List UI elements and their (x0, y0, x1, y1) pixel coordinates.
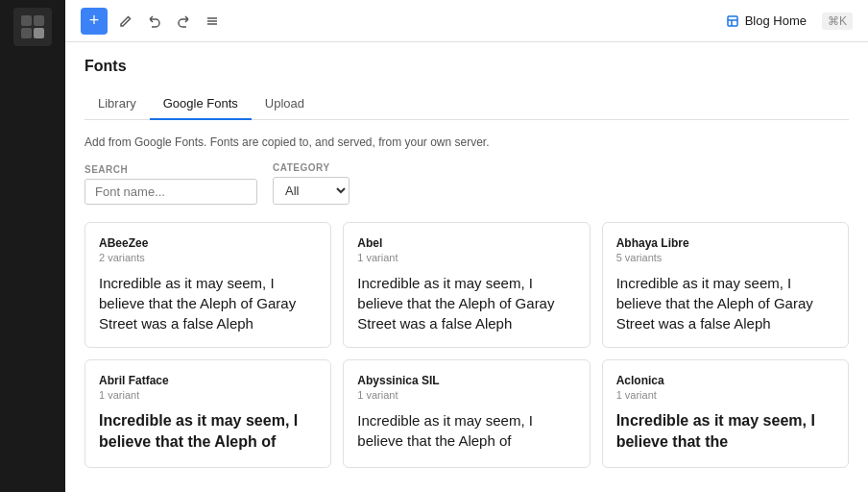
font-preview: Incredible as it may seem, I believe tha… (357, 273, 575, 333)
font-name: Abhaya Libre (616, 236, 834, 250)
undo-icon[interactable] (144, 11, 165, 32)
font-card-abhaya-libre[interactable]: Abhaya Libre 5 variants Incredible as it… (602, 222, 849, 348)
category-field-group: CATEGORY All Serif Sans-serif Display Ha… (273, 162, 350, 205)
font-grid: ABeeZee 2 variants Incredible as it may … (84, 222, 849, 468)
font-name: Abyssinica SIL (357, 374, 575, 387)
pencil-icon[interactable] (115, 11, 136, 32)
tab-library[interactable]: Library (84, 88, 150, 120)
svg-rect-0 (21, 15, 32, 26)
category-label: CATEGORY (273, 162, 350, 173)
font-card-abeezee[interactable]: ABeeZee 2 variants Incredible as it may … (84, 222, 331, 348)
font-card-aclonica[interactable]: Aclonica 1 variant Incredible as it may … (602, 359, 849, 468)
font-card-abril-fatface[interactable]: Abril Fatface 1 variant Incredible as it… (84, 359, 331, 468)
tabs-container: Library Google Fonts Upload (84, 88, 849, 120)
fonts-panel: Fonts Library Google Fonts Upload Add fr… (65, 42, 868, 492)
font-preview: Incredible as it may seem, I believe tha… (616, 410, 834, 454)
blog-home-button[interactable]: Blog Home (718, 10, 814, 32)
font-variants: 1 variant (99, 389, 317, 401)
keyboard-shortcut: ⌘K (822, 12, 853, 30)
tab-upload[interactable]: Upload (252, 88, 318, 120)
font-variants: 1 variant (616, 389, 834, 401)
sidebar-logo (13, 8, 52, 46)
search-field-group: SEARCH (84, 164, 257, 205)
font-card-abyssinica-sil[interactable]: Abyssinica SIL 1 variant Incredible as i… (343, 359, 590, 468)
panel-title: Fonts (84, 58, 849, 75)
font-name: Abel (357, 236, 575, 250)
font-preview: Incredible as it may seem, I believe tha… (99, 273, 317, 333)
blog-home-label: Blog Home (745, 13, 807, 28)
font-name: ABeeZee (99, 236, 317, 250)
font-name: Abril Fatface (99, 374, 317, 387)
tab-google-fonts[interactable]: Google Fonts (150, 88, 252, 120)
font-name: Aclonica (616, 374, 834, 387)
svg-rect-2 (21, 28, 32, 38)
list-icon[interactable] (202, 11, 223, 32)
font-preview: Incredible as it may seem, I believe tha… (616, 273, 834, 333)
search-input[interactable] (84, 179, 257, 205)
font-preview: Incredible as it may seem, I believe tha… (99, 410, 317, 454)
toolbar: + (65, 0, 868, 42)
search-label: SEARCH (84, 164, 257, 175)
search-filter-row: SEARCH CATEGORY All Serif Sans-serif Dis… (84, 162, 849, 205)
font-variants: 1 variant (357, 389, 575, 401)
sidebar (0, 0, 65, 492)
redo-icon[interactable] (173, 11, 194, 32)
svg-rect-7 (728, 16, 737, 26)
font-variants: 1 variant (357, 252, 575, 263)
font-preview: Incredible as it may seem, I believe tha… (357, 410, 575, 451)
font-variants: 2 variants (99, 252, 317, 263)
panel-description: Add from Google Fonts. Fonts are copied … (84, 135, 849, 149)
svg-rect-1 (34, 15, 44, 26)
svg-rect-3 (34, 28, 44, 38)
category-select[interactable]: All Serif Sans-serif Display Handwriting… (273, 177, 350, 205)
font-card-abel[interactable]: Abel 1 variant Incredible as it may seem… (343, 222, 590, 348)
add-button[interactable]: + (81, 8, 108, 35)
font-variants: 5 variants (616, 252, 834, 263)
